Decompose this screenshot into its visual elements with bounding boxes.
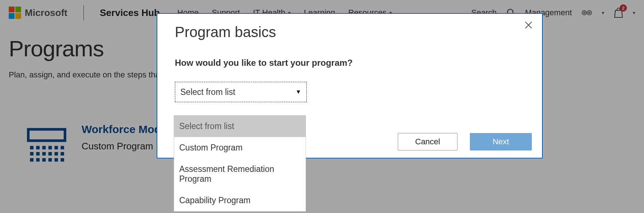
- select-value: Select from list: [180, 87, 235, 97]
- dropdown-option[interactable]: Capability Program: [174, 190, 306, 211]
- dropdown-option[interactable]: Assessment Remediation Program: [174, 158, 306, 190]
- modal-title: Program basics: [175, 24, 525, 40]
- modal-question: How would you like to start your program…: [175, 58, 525, 68]
- caret-down-icon: ▼: [295, 89, 301, 95]
- dropdown-option[interactable]: Custom Program: [174, 137, 306, 158]
- program-start-dropdown: Select from list Custom Program Assessme…: [174, 115, 306, 212]
- dropdown-option-placeholder[interactable]: Select from list: [174, 116, 306, 137]
- modal-actions: Cancel Next: [398, 133, 532, 150]
- next-button[interactable]: Next: [470, 133, 532, 150]
- program-start-select[interactable]: Select from list ▼: [175, 82, 307, 102]
- close-icon: [524, 25, 533, 31]
- cancel-button[interactable]: Cancel: [398, 133, 458, 150]
- close-button[interactable]: [524, 20, 533, 31]
